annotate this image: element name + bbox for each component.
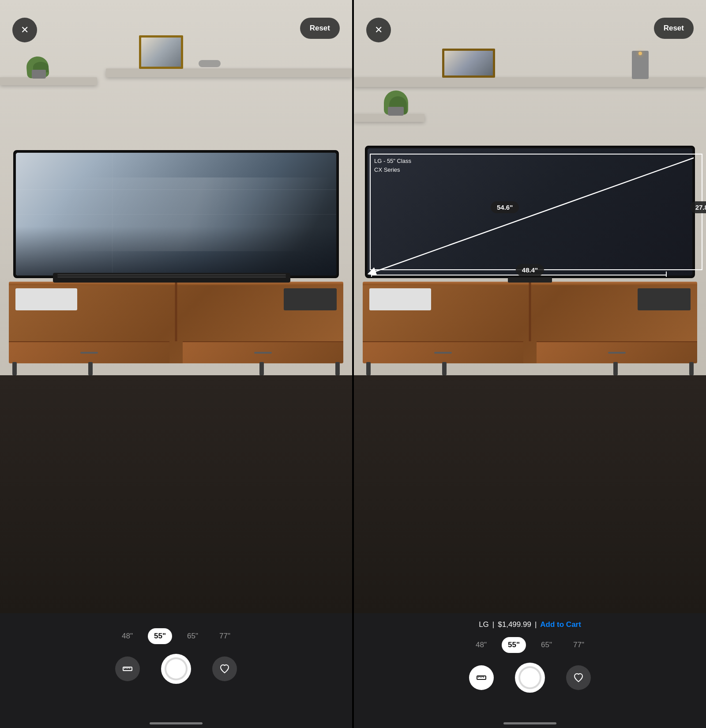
- width-label: 48.4": [516, 264, 544, 276]
- size-77-right[interactable]: 77": [567, 637, 590, 653]
- floor-left: [0, 375, 352, 613]
- size-55-left[interactable]: 55": [148, 628, 172, 644]
- size-77-left[interactable]: 77": [213, 628, 237, 644]
- close-button-right[interactable]: ✕: [366, 18, 391, 42]
- candle-right: [632, 51, 649, 79]
- measure-button-right[interactable]: [469, 665, 494, 690]
- wall-shelf-top-left: [0, 77, 97, 85]
- plant-pot-right: [388, 107, 404, 116]
- wall-shelf-top-right: [106, 68, 352, 77]
- close-button-left[interactable]: ✕: [12, 18, 37, 42]
- reset-button-left[interactable]: Reset: [300, 18, 340, 39]
- stand-leg-bl: [88, 362, 93, 375]
- heart-icon-left: [219, 664, 230, 674]
- home-indicator-left: [150, 722, 203, 724]
- tv-left: [13, 150, 339, 278]
- right-panel: LG - 55" Class CX Series 54.6": [354, 0, 706, 728]
- product-info-right: LG | $1,499.99 | Add to Cart: [479, 620, 581, 629]
- soundbar-left: [53, 273, 290, 283]
- photo-frame-right: [442, 49, 495, 78]
- wall-shelf-right: [354, 77, 706, 87]
- heart-icon-right: [573, 672, 584, 683]
- tv-stand-right: [363, 282, 697, 363]
- diagonal-label: 54.6": [491, 201, 519, 213]
- size-48-left[interactable]: 48": [116, 628, 139, 644]
- size-row-right: 48" 55" 65" 77": [469, 637, 590, 653]
- stand-leg-fr: [335, 362, 340, 375]
- size-48-right[interactable]: 48": [469, 637, 493, 653]
- tv-right: LG - 55" Class CX Series 54.6": [365, 146, 695, 278]
- measure-button-left[interactable]: [115, 656, 140, 681]
- measure-icon-left: [122, 664, 133, 674]
- stand-leg-fl: [12, 362, 17, 375]
- add-to-cart-button[interactable]: Add to Cart: [540, 620, 581, 629]
- measure-icon-right: [476, 672, 487, 683]
- glasses-shelf: [199, 60, 221, 67]
- tv-stand-left: [9, 282, 343, 363]
- bottom-bar-right: LG | $1,499.99 | Add to Cart 48" 55" 65"…: [354, 613, 706, 728]
- size-55-right[interactable]: 55": [502, 637, 526, 653]
- left-panel: ✕ Reset 48" 55" 65" 77": [0, 0, 352, 728]
- photo-frame-left: [139, 35, 183, 69]
- icon-row-right: [469, 663, 591, 693]
- favorite-button-left[interactable]: [212, 656, 237, 681]
- svg-line-6: [372, 156, 694, 273]
- size-65-left[interactable]: 65": [181, 628, 204, 644]
- floor-right: [354, 375, 706, 613]
- size-row-left: 48" 55" 65" 77": [116, 628, 237, 644]
- bottom-bar-left: 48" 55" 65" 77": [0, 613, 352, 728]
- reset-button-right[interactable]: Reset: [654, 18, 694, 39]
- plant-pot-left: [32, 70, 46, 79]
- capture-button-right[interactable]: [515, 663, 545, 693]
- stand-leg-br: [259, 362, 264, 375]
- capture-button-left[interactable]: [161, 654, 191, 684]
- icon-row-left: [115, 654, 237, 684]
- home-indicator-right: [503, 722, 556, 724]
- size-65-right[interactable]: 65": [535, 637, 558, 653]
- height-label: 27.8": [690, 201, 706, 213]
- favorite-button-right[interactable]: [566, 665, 591, 690]
- diagonal-measure-svg: [366, 147, 694, 277]
- tv-foot-right: [508, 277, 552, 283]
